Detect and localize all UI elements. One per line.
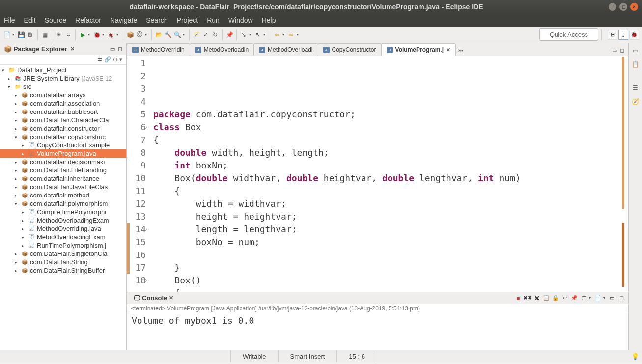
java-file-node[interactable]: ▸🇯MethodOverriding.java — [0, 224, 126, 233]
toggle-icon[interactable]: ▦ — [41, 31, 49, 39]
src-node[interactable]: ▾📁src — [0, 83, 126, 91]
dropdown-icon[interactable]: ▾ — [88, 32, 91, 37]
refresh-icon[interactable]: ↻ — [211, 31, 219, 39]
collapse-all-icon[interactable]: ⇄ — [98, 56, 102, 63]
dropdown-icon[interactable]: ▾ — [102, 32, 106, 37]
remove-all-icon[interactable]: 🗙 — [533, 294, 541, 302]
restore-icon[interactable]: ▭ — [631, 46, 640, 55]
focus-icon[interactable]: ⊙ — [113, 56, 117, 63]
editor-tab[interactable]: JCopyConstructor — [318, 43, 382, 56]
menu-refactor[interactable]: Refactor — [75, 16, 101, 24]
dropdown-icon[interactable]: ▾ — [12, 32, 16, 37]
close-button[interactable]: × — [630, 3, 638, 11]
word-wrap-icon[interactable]: ↩ — [561, 294, 569, 302]
maximize-view-icon[interactable]: ◻ — [617, 294, 625, 302]
new-package-icon[interactable]: 📦 — [126, 31, 134, 39]
package-node[interactable]: ▸com.DataFlair.CharacterCla — [0, 116, 126, 124]
package-node-poly[interactable]: ▾com.dataflair.polymorphism — [0, 199, 126, 208]
console-output[interactable]: Volume of mybox1 is 0.0 — [127, 313, 628, 328]
new-class-icon[interactable]: Ⓒ — [136, 31, 143, 39]
editor-tab[interactable]: JMethodOverloadi — [253, 43, 318, 56]
editor-tab[interactable]: JMethodOverridin — [127, 43, 190, 56]
jre-node[interactable]: ▸📚JRE System Library [JavaSE-12 — [0, 74, 126, 83]
next-annotation-icon[interactable]: ↘ — [240, 31, 248, 39]
package-node[interactable]: ▸com.dataflair.constructor — [0, 124, 126, 133]
dropdown-icon[interactable]: ▾ — [263, 32, 267, 37]
menu-navigate[interactable]: Navigate — [110, 16, 137, 24]
menu-edit[interactable]: Edit — [24, 16, 36, 24]
dropdown-icon[interactable]: ▾ — [183, 32, 186, 37]
clear-console-icon[interactable]: 📋 — [542, 294, 550, 302]
line-gutter[interactable]: 123456789101112131415161718 — [127, 56, 150, 292]
minimize-view-icon[interactable]: ▭ — [608, 294, 616, 302]
quick-access-input[interactable]: Quick Access — [539, 28, 598, 41]
debug-breakpoint-icon[interactable]: ✴ — [55, 31, 63, 39]
package-node[interactable]: ▸com.dataflair.method — [0, 191, 126, 199]
minimize-view-icon[interactable]: ▭ — [110, 46, 115, 52]
back-icon[interactable]: ⇦ — [273, 31, 281, 39]
menu-window[interactable]: Window — [228, 16, 253, 24]
debug-perspective-icon[interactable]: 🐞 — [629, 30, 639, 40]
console-tab[interactable]: 🖵 Console ✕ — [130, 293, 177, 303]
package-node[interactable]: ▸com.DataFlair.String — [0, 258, 126, 266]
skip-breakpoints-icon[interactable]: ⤿ — [64, 31, 72, 39]
menu-file[interactable]: File — [4, 16, 15, 24]
maximize-editor-icon[interactable]: ◻ — [620, 47, 624, 54]
open-console-icon[interactable]: 📄 — [594, 294, 602, 302]
coverage-icon[interactable]: ◉ — [107, 31, 115, 39]
dropdown-icon[interactable]: ▾ — [145, 32, 148, 37]
outline-view-icon[interactable]: 📋 — [631, 60, 640, 69]
menu-run[interactable]: Run — [207, 16, 220, 24]
save-all-icon[interactable]: 🗎 — [27, 31, 34, 39]
close-tab-icon[interactable]: ✕ — [446, 47, 450, 53]
open-perspective-icon[interactable]: ⊞ — [608, 30, 617, 40]
view-menu-icon[interactable]: ▾ — [119, 56, 122, 63]
remove-launch-icon[interactable]: ✖✖ — [524, 294, 531, 302]
package-node[interactable]: ▸com.DataFlair.SingletonCla — [0, 250, 126, 258]
forward-icon[interactable]: ⇨ — [287, 31, 295, 39]
task-list-icon[interactable]: ☰ — [631, 84, 640, 92]
package-node[interactable]: ▸com.DataFlair.FileHandling — [0, 166, 126, 174]
java-file-node[interactable]: ▸🇯CopyConstructorExample — [0, 141, 126, 149]
menu-source[interactable]: Source — [45, 16, 66, 24]
save-icon[interactable]: 💾 — [17, 31, 25, 39]
dropdown-icon[interactable]: ▾ — [249, 32, 252, 37]
minimize-editor-icon[interactable]: ▭ — [612, 47, 617, 54]
run-icon[interactable]: ▶ — [79, 31, 86, 39]
java-file-node[interactable]: ▸🇯RunTimePolymorphism.j — [0, 241, 126, 250]
java-file-node[interactable]: ▸🇯MetodOverloadingExam — [0, 233, 126, 241]
java-file-node[interactable]: ▸🇯MethodOverloadingExam — [0, 216, 126, 224]
maximize-view-icon[interactable]: ◻ — [118, 46, 122, 52]
close-view-icon[interactable]: ✕ — [169, 295, 173, 301]
task-icon[interactable]: ✓ — [202, 31, 210, 39]
dropdown-icon[interactable]: ▾ — [282, 32, 286, 37]
package-node[interactable]: ▸com.DataFlair.StringBuffer — [0, 266, 126, 275]
terminate-icon[interactable]: ■ — [514, 294, 522, 302]
new-icon[interactable]: 📄 — [3, 31, 11, 39]
menu-project[interactable]: Project — [177, 16, 198, 24]
build-icon[interactable]: 🔨 — [164, 31, 172, 39]
scroll-lock-icon[interactable]: 🔒 — [552, 294, 559, 302]
java-file-node[interactable]: ▸🇯CompileTimePolymorphi — [0, 208, 126, 216]
tip-bulb-icon[interactable]: 💡 — [631, 353, 639, 360]
pin-console-icon[interactable]: 📌 — [570, 294, 578, 302]
pin-icon[interactable]: 📌 — [225, 31, 233, 39]
prev-annotation-icon[interactable]: ↖ — [254, 31, 262, 39]
menu-search[interactable]: Search — [146, 16, 167, 24]
java-file-node-selected[interactable]: ▸🇯VolumeProgram.java — [0, 149, 126, 158]
package-node-open[interactable]: ▾com.dataflair.copyconstruc — [0, 133, 126, 141]
package-explorer-tab[interactable]: 📦 Package Explorer ✕ ▭ ◻ — [0, 43, 126, 55]
code-area[interactable]: package com.dataflair.copyconstructor;cl… — [150, 56, 628, 292]
search-icon[interactable]: 🔍 — [173, 31, 181, 39]
project-tree[interactable]: ▾DataFlair_Project ▸📚JRE System Library … — [0, 65, 126, 350]
close-view-icon[interactable]: ✕ — [70, 46, 75, 52]
minimize-button[interactable]: – — [609, 3, 616, 11]
package-node[interactable]: ▸com.dataflair.decisionmaki — [0, 158, 126, 166]
maximize-button[interactable]: ◻ — [619, 3, 627, 11]
java-perspective-icon[interactable]: J — [618, 30, 628, 40]
link-editor-icon[interactable]: 🔗 — [104, 56, 111, 63]
package-node[interactable]: ▸com.dataflair.association — [0, 99, 126, 108]
package-node[interactable]: ▸com.DataFlair.JavaFileClas — [0, 183, 126, 191]
dropdown-icon[interactable]: ▾ — [116, 32, 120, 37]
editor-tab[interactable]: JMetodOverloadin — [190, 43, 254, 56]
